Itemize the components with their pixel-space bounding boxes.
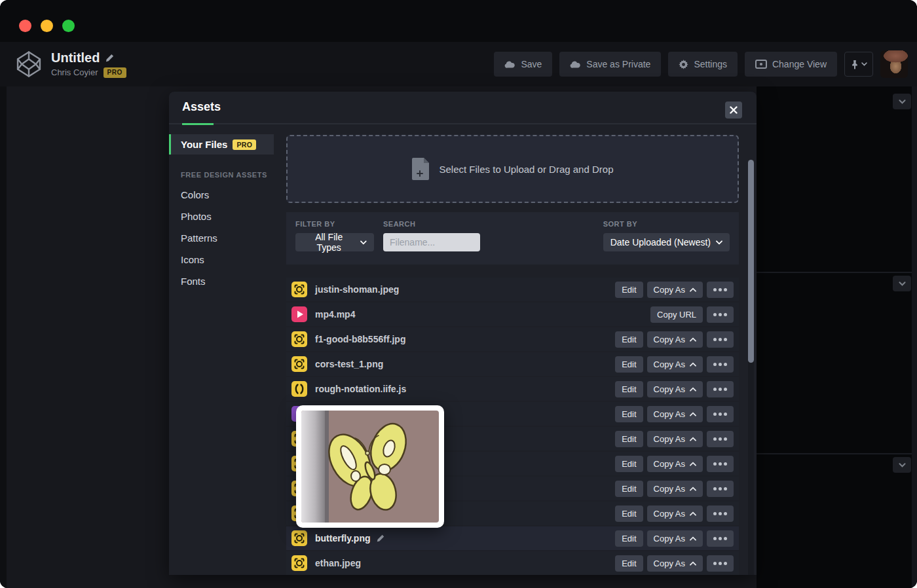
close-modal-button[interactable] <box>725 101 742 119</box>
ellipsis-icon <box>713 512 727 515</box>
sidebar-item-fonts[interactable]: Fonts <box>181 276 286 287</box>
assets-modal: Assets Your Files PRO FREE DESIGN ASSETS… <box>169 92 757 575</box>
edit-button[interactable]: Edit <box>615 331 643 348</box>
sidebar-item-patterns[interactable]: Patterns <box>181 232 286 244</box>
chevron-up-icon <box>690 412 696 416</box>
copy-as-button[interactable]: Copy As <box>647 331 703 348</box>
more-options-button[interactable] <box>707 282 734 298</box>
close-window-button[interactable] <box>19 20 31 32</box>
edit-button[interactable]: Edit <box>615 406 643 422</box>
chevron-up-icon <box>690 511 696 516</box>
image-file-icon <box>291 356 307 372</box>
file-row-cors-test_1.png[interactable]: cors-test_1.pngEditCopy As <box>286 352 739 376</box>
more-options-button[interactable] <box>707 555 734 572</box>
edit-button[interactable]: Edit <box>615 481 643 497</box>
file-row-butterfly.png[interactable]: butterfly.png EditCopy As <box>286 526 739 550</box>
sort-dropdown[interactable]: Date Uploaded (Newest) <box>603 233 730 251</box>
file-name: rough-notation.iife.js <box>315 384 406 394</box>
page-left-edge <box>0 86 7 588</box>
chevron-down-icon <box>716 240 722 245</box>
edit-button[interactable]: Edit <box>615 456 643 472</box>
close-icon <box>730 106 738 114</box>
copy-as-button[interactable]: Copy As <box>647 356 703 373</box>
copy-as-button[interactable]: Copy As <box>647 555 703 572</box>
assets-modal-header: Assets <box>169 92 757 124</box>
edit-button[interactable]: Edit <box>615 555 643 572</box>
row-actions: EditCopy As <box>615 356 734 373</box>
edit-button[interactable]: Edit <box>615 356 643 373</box>
edit-button[interactable]: Edit <box>615 381 643 397</box>
copy-as-button[interactable]: Copy As <box>647 481 703 497</box>
app-header: Untitled Chris Coyier PRO Save Save as P… <box>0 42 917 86</box>
your-files-pro-badge: PRO <box>233 139 256 150</box>
ellipsis-icon <box>713 313 727 316</box>
ellipsis-icon <box>713 388 727 391</box>
image-file-icon <box>291 331 307 347</box>
more-options-button[interactable] <box>707 306 734 323</box>
more-options-button[interactable] <box>707 481 734 497</box>
more-options-button[interactable] <box>707 505 734 522</box>
title-accent-underline <box>182 123 214 125</box>
collapse-panel-chevron-button[interactable] <box>893 276 911 291</box>
assets-modal-body: Your Files PRO FREE DESIGN ASSETS Colors… <box>169 126 757 575</box>
copy-as-button[interactable]: Copy As <box>647 530 703 547</box>
edit-button[interactable]: Edit <box>615 505 643 522</box>
edit-button[interactable]: Edit <box>615 431 643 447</box>
more-options-button[interactable] <box>707 456 734 472</box>
copy-as-button[interactable]: Copy As <box>647 431 703 447</box>
copy-as-button[interactable]: Copy As <box>647 282 703 298</box>
sidebar-item-photos[interactable]: Photos <box>181 211 286 222</box>
edit-button[interactable]: Edit <box>615 282 643 298</box>
chevron-up-icon <box>690 487 696 491</box>
script-file-icon <box>291 381 307 397</box>
minimize-window-button[interactable] <box>41 20 53 32</box>
collapse-panel-chevron-button[interactable] <box>893 457 911 473</box>
copy-as-button[interactable]: Copy As <box>647 456 703 472</box>
app-window: Untitled Chris Coyier PRO Save Save as P… <box>0 0 917 588</box>
sidebar-item-your-files[interactable]: Your Files PRO <box>169 134 274 155</box>
file-row-ethan.jpeg[interactable]: ethan.jpegEditCopy As <box>286 551 739 575</box>
zoom-window-button[interactable] <box>62 20 75 32</box>
copy-as-button[interactable]: Copy As <box>647 505 703 522</box>
more-options-button[interactable] <box>707 431 734 447</box>
edit-button[interactable]: Edit <box>615 530 643 547</box>
save-as-private-button[interactable]: Save as Private <box>559 52 661 77</box>
sidebar-item-colors[interactable]: Colors <box>181 189 286 200</box>
upload-dropzone[interactable]: Select Files to Upload or Drag and Drop <box>286 135 739 203</box>
file-row-mp4.mp4[interactable]: mp4.mp4Copy URL <box>286 303 739 326</box>
rename-pencil-icon[interactable] <box>376 534 385 543</box>
chevron-up-icon <box>690 337 696 342</box>
copy-url-button[interactable]: Copy URL <box>650 306 703 323</box>
file-plus-icon <box>412 158 429 180</box>
modal-scrollbar-thumb[interactable] <box>748 160 754 363</box>
panel-divider <box>757 272 912 273</box>
collapse-panel-chevron-button[interactable] <box>893 94 911 109</box>
more-options-button[interactable] <box>707 530 734 547</box>
ellipsis-icon <box>713 462 727 466</box>
ellipsis-icon <box>713 537 727 540</box>
filename-search-input[interactable] <box>383 233 480 251</box>
copy-as-button[interactable]: Copy As <box>647 381 703 397</box>
file-row-rough-notation.iife.js[interactable]: rough-notation.iife.jsEditCopy As <box>286 377 739 401</box>
user-avatar[interactable] <box>880 50 908 78</box>
sidebar-item-icons[interactable]: Icons <box>181 254 286 265</box>
chevron-up-icon <box>690 362 696 367</box>
file-row-justin-shoman.jpeg[interactable]: justin-shoman.jpegEditCopy As <box>286 278 739 301</box>
change-view-button[interactable]: Change View <box>745 52 837 77</box>
image-file-icon <box>291 555 307 571</box>
assets-modal-title: Assets <box>182 100 221 114</box>
save-button[interactable]: Save <box>494 52 552 77</box>
more-options-button[interactable] <box>707 356 734 373</box>
copy-as-button[interactable]: Copy As <box>647 406 703 422</box>
edit-title-pencil-icon[interactable] <box>105 53 115 63</box>
video-file-icon <box>291 306 307 322</box>
pin-button[interactable] <box>844 52 873 77</box>
file-type-filter-dropdown[interactable]: All File Types <box>295 233 374 251</box>
row-actions: EditCopy As <box>615 331 734 348</box>
more-options-button[interactable] <box>707 331 734 348</box>
settings-button[interactable]: Settings <box>668 52 738 77</box>
file-row-f1-good-b8b556ff.jpg[interactable]: f1-good-b8b556ff.jpgEditCopy As <box>286 327 739 351</box>
image-file-icon <box>291 282 307 297</box>
more-options-button[interactable] <box>707 406 734 422</box>
more-options-button[interactable] <box>707 381 734 397</box>
